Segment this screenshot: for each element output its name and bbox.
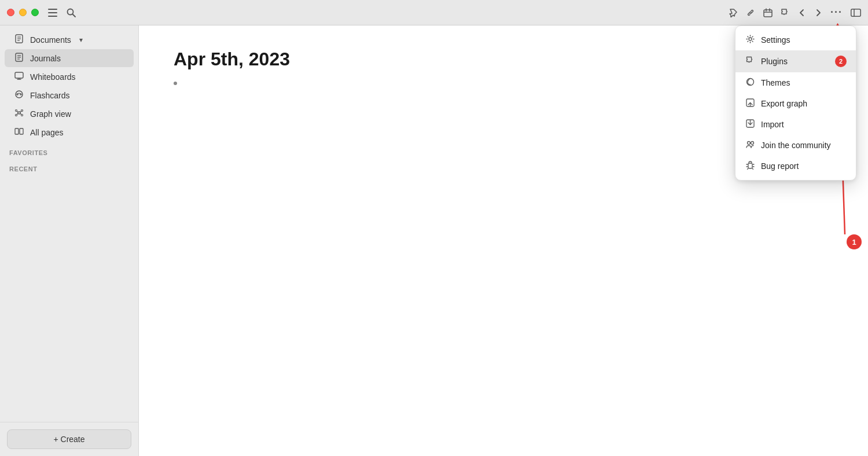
import-icon bbox=[745, 119, 755, 130]
svg-point-25 bbox=[18, 112, 20, 114]
svg-point-36 bbox=[749, 38, 752, 41]
svg-point-40 bbox=[747, 142, 750, 145]
svg-rect-42 bbox=[748, 163, 752, 168]
dropdown-join-community[interactable]: Join the community bbox=[735, 135, 856, 156]
svg-line-4 bbox=[73, 14, 76, 17]
link-icon[interactable] bbox=[746, 8, 755, 17]
dropdown-settings[interactable]: Settings bbox=[735, 30, 856, 50]
bug-report-label: Bug report bbox=[761, 161, 799, 171]
sidebar-item-all-pages[interactable]: All pages bbox=[5, 123, 134, 141]
hamburger-icon[interactable] bbox=[48, 9, 57, 17]
sidebar-item-whiteboards[interactable]: Whiteboards bbox=[5, 68, 134, 86]
sidebar-toggle-icon[interactable] bbox=[851, 9, 861, 17]
create-button-label: + Create bbox=[53, 435, 84, 444]
step-badge-2: 2 bbox=[835, 56, 847, 67]
bug-report-icon bbox=[745, 161, 755, 171]
svg-rect-35 bbox=[20, 128, 23, 134]
all-pages-icon bbox=[14, 127, 24, 138]
create-button[interactable]: + Create bbox=[7, 429, 131, 449]
sidebar-footer: + Create bbox=[0, 422, 138, 456]
titlebar-icons bbox=[48, 8, 76, 17]
graph-view-icon bbox=[14, 108, 24, 119]
journals-icon bbox=[14, 53, 24, 64]
documents-label: Documents bbox=[30, 35, 71, 45]
back-icon[interactable] bbox=[798, 9, 806, 17]
journals-label: Journals bbox=[30, 54, 61, 63]
export-graph-icon bbox=[745, 98, 755, 109]
svg-rect-2 bbox=[48, 16, 57, 17]
sidebar-nav: Documents ▾ Journals bbox=[0, 25, 138, 422]
plugins-label: Plugins bbox=[761, 57, 788, 66]
svg-point-41 bbox=[751, 142, 753, 145]
close-button[interactable] bbox=[7, 9, 14, 16]
dropdown-import[interactable]: Import bbox=[735, 114, 856, 135]
svg-rect-9 bbox=[851, 9, 861, 16]
svg-rect-5 bbox=[764, 10, 772, 17]
svg-line-30 bbox=[17, 111, 18, 112]
graph-view-label: Graph view bbox=[30, 109, 71, 119]
svg-line-31 bbox=[20, 111, 21, 112]
more-icon[interactable]: ··· bbox=[830, 6, 843, 19]
dropdown-plugins[interactable]: Plugins 2 bbox=[735, 50, 856, 72]
recent-header: RECENT bbox=[0, 162, 138, 174]
sidebar-item-documents[interactable]: Documents ▾ bbox=[5, 31, 134, 49]
minimize-button[interactable] bbox=[19, 9, 27, 16]
favorites-header: FAVORITES bbox=[0, 146, 138, 157]
sidebar: Documents ▾ Journals bbox=[0, 25, 139, 456]
svg-rect-0 bbox=[48, 9, 57, 10]
themes-label: Themes bbox=[761, 78, 790, 87]
join-community-icon bbox=[745, 140, 755, 150]
maximize-button[interactable] bbox=[31, 9, 39, 16]
themes-icon bbox=[745, 78, 755, 88]
svg-line-33 bbox=[20, 113, 21, 115]
documents-icon bbox=[14, 34, 24, 45]
sidebar-item-graph-view[interactable]: Graph view bbox=[5, 105, 134, 123]
pin-icon[interactable] bbox=[729, 8, 738, 17]
calendar-icon[interactable] bbox=[763, 8, 773, 17]
sidebar-item-flashcards[interactable]: Flashcards bbox=[5, 86, 134, 104]
svg-rect-1 bbox=[48, 12, 57, 13]
search-icon[interactable] bbox=[67, 8, 76, 17]
flashcards-icon bbox=[14, 90, 24, 101]
flashcards-label: Flashcards bbox=[30, 91, 69, 100]
settings-icon bbox=[745, 35, 755, 45]
documents-chevron: ▾ bbox=[79, 36, 83, 44]
puzzle-icon[interactable] bbox=[781, 8, 790, 17]
sidebar-item-journals[interactable]: Journals bbox=[5, 49, 134, 67]
titlebar: ··· bbox=[0, 0, 868, 25]
dropdown-menu: Settings Plugins 2 Themes bbox=[735, 25, 856, 181]
join-community-label: Join the community bbox=[761, 141, 831, 150]
svg-line-32 bbox=[17, 113, 18, 115]
titlebar-right: ··· bbox=[729, 6, 861, 19]
bullet-point bbox=[174, 82, 177, 85]
import-label: Import bbox=[761, 120, 784, 129]
svg-rect-19 bbox=[15, 72, 23, 78]
plugins-icon bbox=[745, 56, 755, 67]
settings-label: Settings bbox=[761, 35, 790, 45]
export-graph-label: Export graph bbox=[761, 99, 807, 108]
dropdown-bug-report[interactable]: Bug report bbox=[735, 156, 856, 176]
all-pages-label: All pages bbox=[30, 128, 64, 137]
dropdown-themes[interactable]: Themes bbox=[735, 72, 856, 93]
dropdown-export-graph[interactable]: Export graph bbox=[735, 93, 856, 114]
whiteboards-label: Whiteboards bbox=[30, 72, 76, 82]
traffic-lights bbox=[7, 9, 39, 16]
page-title: Apr 5th, 2023 bbox=[174, 49, 833, 70]
svg-rect-34 bbox=[15, 128, 19, 134]
whiteboards-icon bbox=[14, 71, 24, 82]
forward-icon[interactable] bbox=[814, 9, 822, 17]
